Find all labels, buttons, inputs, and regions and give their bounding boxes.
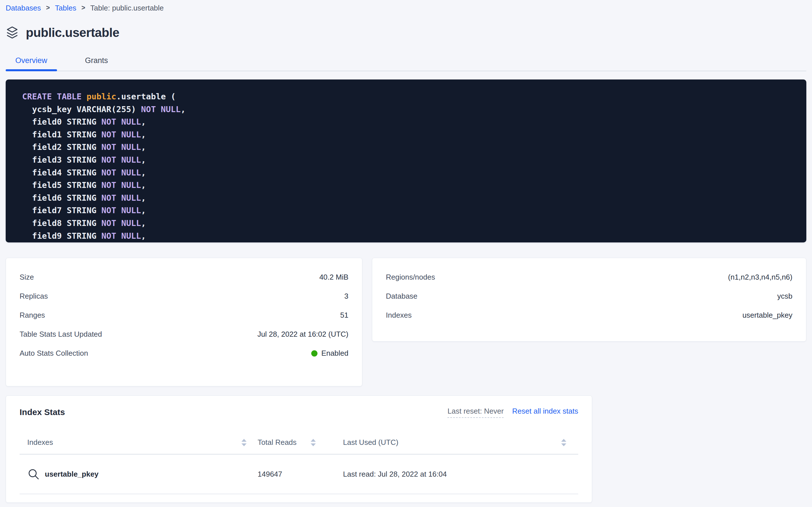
code-line: ycsb_key VARCHAR(255) NOT NULL,: [22, 103, 795, 116]
stat-value: usertable_pkey: [743, 311, 793, 320]
stat-row: Replicas3: [19, 287, 349, 306]
column-label: Total Reads: [258, 438, 297, 447]
column-header-indexes[interactable]: Indexes: [19, 438, 250, 447]
stat-value: ycsb: [777, 292, 793, 301]
table-stack-icon: [6, 26, 19, 40]
stat-label: Size: [19, 273, 34, 282]
stat-label: Regions/nodes: [386, 273, 435, 282]
code-line: field4 STRING NOT NULL,: [22, 166, 795, 179]
sort-icon[interactable]: [561, 438, 567, 447]
page-title-row: public.usertable: [6, 26, 806, 40]
page-title: public.usertable: [26, 25, 119, 40]
sort-icon: [241, 438, 247, 447]
code-line: field8 STRING NOT NULL,: [22, 217, 795, 230]
stat-row: Regions/nodes(n1,n2,n3,n4,n5,n6): [386, 268, 793, 287]
code-line: field9 STRING NOT NULL,: [22, 230, 795, 242]
index-stats-card: Index Stats Last reset: Never Reset all …: [6, 395, 592, 503]
sort-icon: [310, 438, 316, 447]
breadcrumb-link-tables[interactable]: Tables: [55, 3, 76, 12]
stat-label: Table Stats Last Updated: [19, 330, 102, 339]
column-header-last-used[interactable]: Last Used (UTC): [320, 438, 578, 447]
detail-cards-row: Size40.2 MiBReplicas3Ranges51Table Stats…: [6, 258, 806, 386]
table-details-card: Size40.2 MiBReplicas3Ranges51Table Stats…: [6, 258, 362, 386]
tab-grants[interactable]: Grants: [75, 50, 118, 71]
table-row: usertable_pkey 149647 Last read: Jul 28,…: [19, 454, 578, 494]
table-meta-card: Regions/nodes(n1,n2,n3,n4,n5,n6)Database…: [372, 258, 806, 341]
stat-row: Databaseycsb: [386, 287, 793, 306]
reset-index-stats-link[interactable]: Reset all index stats: [512, 407, 578, 415]
stat-value: 40.2 MiB: [319, 273, 349, 282]
code-line: field3 STRING NOT NULL,: [22, 154, 795, 166]
code-line: field7 STRING NOT NULL,: [22, 204, 795, 217]
code-line: field5 STRING NOT NULL,: [22, 179, 795, 191]
chevron-right-icon: >: [46, 3, 50, 13]
stat-label: Auto Stats Collection: [19, 349, 88, 358]
sql-code: CREATE TABLE public.usertable ( ycsb_key…: [22, 90, 795, 242]
breadcrumb-link-databases[interactable]: Databases: [6, 3, 41, 12]
status-dot-icon: [311, 350, 317, 356]
stat-row: Ranges51: [19, 306, 349, 325]
chevron-right-icon: >: [81, 3, 85, 13]
code-line: field0 STRING NOT NULL,: [22, 116, 795, 128]
code-line: CREATE TABLE public.usertable (: [22, 90, 795, 103]
column-label: Indexes: [27, 438, 53, 447]
tab-bar: Overview Grants: [6, 50, 806, 71]
code-line: field2 STRING NOT NULL,: [22, 141, 795, 154]
breadcrumb: Databases > Tables > Table: public.usert…: [6, 0, 806, 12]
stat-row: Indexesusertable_pkey: [386, 306, 793, 325]
stat-value: Enabled: [311, 349, 349, 358]
breadcrumb-current: Table: public.usertable: [90, 3, 164, 12]
stat-row: Size40.2 MiB: [19, 268, 349, 287]
create-table-sql-box: CREATE TABLE public.usertable ( ycsb_key…: [6, 79, 806, 242]
stat-value: 3: [345, 292, 349, 301]
column-label: Last Used (UTC): [343, 438, 398, 447]
stat-value: 51: [340, 311, 349, 320]
stat-label: Ranges: [19, 311, 45, 320]
magnifier-icon: [27, 468, 40, 480]
stat-value: Jul 28, 2022 at 16:02 (UTC): [257, 330, 349, 339]
table-detail-page: Databases > Tables > Table: public.usert…: [0, 0, 812, 503]
index-stats-reset-area: Last reset: Never Reset all index stats: [447, 407, 578, 418]
last-reset-label: Last reset: Never: [447, 407, 504, 418]
tab-overview[interactable]: Overview: [6, 50, 57, 71]
stat-label: Database: [386, 292, 417, 301]
stat-label: Replicas: [19, 292, 48, 301]
code-line: field6 STRING NOT NULL,: [22, 191, 795, 205]
stat-row: Auto Stats CollectionEnabled: [19, 344, 349, 363]
index-name: usertable_pkey: [45, 470, 99, 478]
index-stats-header: Index Stats Last reset: Never Reset all …: [19, 406, 578, 418]
stat-label: Indexes: [386, 311, 412, 320]
code-line: field1 STRING NOT NULL,: [22, 128, 795, 141]
stat-value: (n1,n2,n3,n4,n5,n6): [728, 273, 793, 282]
index-stats-title: Index Stats: [19, 407, 65, 417]
last-used-value: Last read: Jul 28, 2022 at 16:04: [320, 470, 578, 478]
index-table-body: usertable_pkey 149647 Last read: Jul 28,…: [19, 454, 578, 494]
index-name-cell[interactable]: usertable_pkey: [19, 468, 250, 480]
stat-row: Table Stats Last UpdatedJul 28, 2022 at …: [19, 325, 349, 344]
column-header-total-reads[interactable]: Total Reads: [250, 438, 320, 447]
total-reads-value: 149647: [250, 470, 320, 478]
index-table-header: Indexes Total Reads Last Used (UTC): [19, 431, 578, 454]
